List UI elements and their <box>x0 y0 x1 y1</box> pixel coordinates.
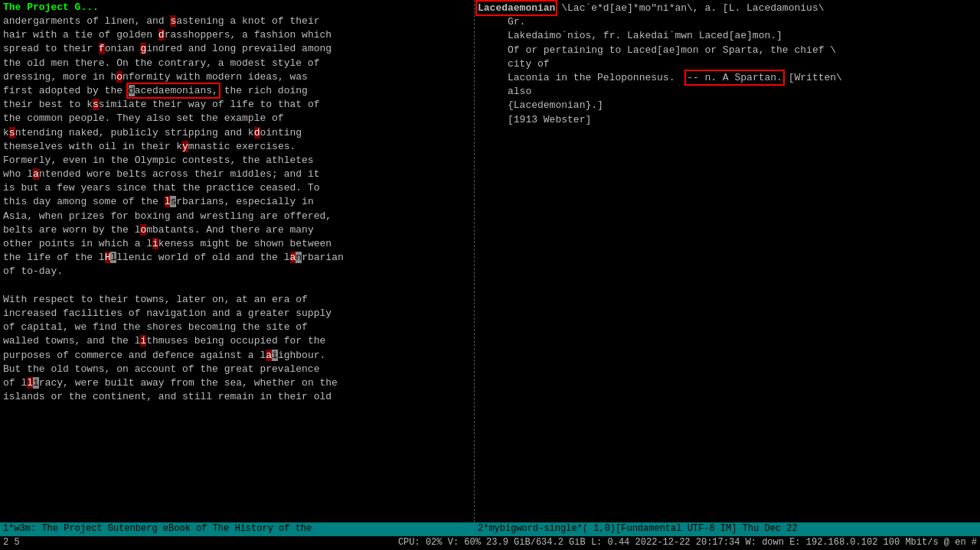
highlight-k1: s <box>93 99 99 110</box>
highlight-l3: o <box>140 224 146 236</box>
sub9: [1913 Webster] <box>478 114 591 125</box>
highlight-l9: l <box>27 377 33 389</box>
highlight-l4: i <box>152 238 158 249</box>
bottom-right: CPU: 02% V: 60% 23.9 GiB/634.2 GiB L: 0.… <box>398 537 977 549</box>
highlight-k4: y <box>182 141 188 152</box>
highlight-k2: s <box>9 127 15 138</box>
status-bar-right: 2*mybigword-single*( 1,0)[Fundamental UT… <box>475 522 980 536</box>
highlight-o: o <box>116 71 122 83</box>
content-area: The Project G... andergarments of linen,… <box>0 0 980 522</box>
word-box: Lacedaemonian <box>478 2 555 14</box>
right-content: Lacedaemonian \Lac`e*d[ae]*mo"ni*an\, a.… <box>478 2 977 127</box>
highlight-s: s <box>170 15 176 27</box>
bottom-bar: 2 5 CPU: 02% V: 60% 23.9 GiB/634.2 GiB L… <box>0 536 980 550</box>
text-segment: andergarments of linen, and sastening a … <box>3 15 344 402</box>
highlight-l7: i <box>140 335 146 347</box>
cursor-l8: i <box>272 350 278 361</box>
bottom-left: 2 5 <box>3 537 20 549</box>
highlight-f: f <box>99 43 105 54</box>
status-bars: 1*w3m: The Project Gutenberg eBook of Th… <box>0 522 980 536</box>
cursor-d: d <box>129 85 135 96</box>
word-title: Lacedaemonian <box>478 2 555 14</box>
highlight-l8: a <box>266 350 272 361</box>
sub6: [Written\ <box>782 72 842 83</box>
sub8: {Lacedemonian}.] <box>478 99 603 111</box>
left-content: andergarments of linen, and sastening a … <box>3 15 471 404</box>
main-container: The Project G... andergarments of linen,… <box>0 0 980 550</box>
sub7: also <box>478 86 531 97</box>
left-title: The Project G... <box>3 2 471 13</box>
highlight-k3: d <box>254 127 260 138</box>
sub1: Gr. <box>478 16 525 28</box>
highlight-g: g <box>140 43 146 54</box>
sub4: city of <box>478 58 550 70</box>
cursor-l6: n <box>296 252 302 263</box>
definition-header: \Lac`e*d[ae]*mo"ni*an\, a. [L. Lacedamon… <box>555 2 824 14</box>
definition-n-box: -- n. A Spartan. <box>687 72 782 83</box>
highlight-box-lacedaemonians: dacedaemonians, <box>129 85 218 96</box>
cursor-l2: s <box>170 196 176 207</box>
cursor-l5: l <box>110 252 116 263</box>
right-pane[interactable]: Lacedaemonian \Lac`e*d[ae]*mo"ni*an\, a.… <box>475 0 980 522</box>
highlight-l1: a <box>33 168 39 180</box>
sub3: Of or pertaining to Laced[ae]mon or Spar… <box>478 44 836 56</box>
sub2: Lakedaimo`nios, fr. Lakedai`mwn Laced[ae… <box>478 30 782 41</box>
status-bar-left: 1*w3m: The Project Gutenberg eBook of Th… <box>0 522 475 536</box>
sub5: Laconia in the Peloponnesus. <box>478 72 687 83</box>
left-pane[interactable]: The Project G... andergarments of linen,… <box>0 0 475 522</box>
cursor-l9: i <box>33 377 39 389</box>
highlight-d: d <box>158 29 165 41</box>
